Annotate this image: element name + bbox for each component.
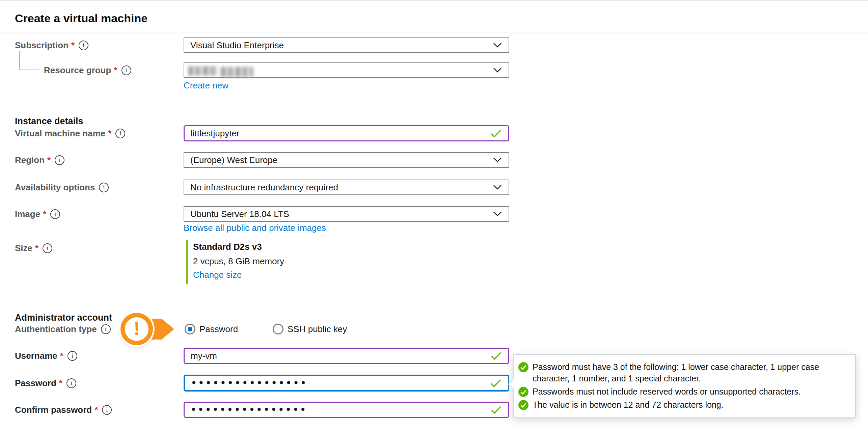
image-label: Image * i xyxy=(15,206,60,222)
password-rule-item: Passwords must not include reserved word… xyxy=(518,386,847,397)
info-icon[interactable]: i xyxy=(115,129,125,138)
rule-check-icon xyxy=(518,387,528,397)
required-marker: * xyxy=(94,405,98,415)
info-icon[interactable]: i xyxy=(102,405,112,415)
region-value: (Europe) West Europe xyxy=(190,155,277,165)
confirm-password-label: Confirm password * i xyxy=(15,402,112,418)
required-marker: * xyxy=(43,209,46,219)
valid-check-icon xyxy=(490,129,502,138)
page-title: Create a virtual machine xyxy=(15,12,147,25)
create-vm-page: Create a virtual machine Subscription * … xyxy=(0,0,868,430)
vm-name-label: Virtual machine name * i xyxy=(15,125,125,141)
valid-check-icon xyxy=(490,378,502,388)
required-marker: * xyxy=(71,40,75,51)
auth-option-password-label: Password xyxy=(199,324,238,334)
required-marker: * xyxy=(47,155,51,165)
subscription-value: Visual Studio Enterprise xyxy=(190,40,284,51)
auth-option-password[interactable]: Password xyxy=(185,324,238,334)
vm-name-value: littlestjupyter xyxy=(191,128,240,139)
valid-check-icon xyxy=(490,351,502,360)
password-requirements-tooltip: Password must have 3 of the following: 1… xyxy=(513,354,856,418)
valid-check-icon xyxy=(490,405,502,414)
size-accent-bar xyxy=(186,240,188,284)
chevron-down-icon xyxy=(493,43,502,48)
size-name: Standard D2s v3 xyxy=(193,242,262,252)
alert-exclamation-icon: ! xyxy=(120,313,153,345)
top-border xyxy=(0,0,868,1)
subscription-label: Subscription * i xyxy=(15,37,88,53)
tooltip-notch xyxy=(508,379,518,389)
info-icon[interactable]: i xyxy=(121,65,131,75)
radio-unselected-icon xyxy=(273,324,283,334)
password-rule-item: Password must have 3 of the following: 1… xyxy=(518,361,847,384)
required-marker: * xyxy=(35,243,38,253)
confirm-password-input[interactable]: •••••••••••••••• xyxy=(184,402,509,418)
size-label: Size * i xyxy=(15,240,52,256)
required-marker: * xyxy=(59,378,62,388)
browse-images-link[interactable]: Browse all public and private images xyxy=(184,223,326,233)
availability-options-value: No infrastructure redundancy required xyxy=(190,182,338,193)
image-dropdown[interactable]: Ubuntu Server 18.04 LTS xyxy=(184,206,509,222)
username-value: my-vm xyxy=(191,351,217,361)
tree-connector-vertical xyxy=(19,51,20,70)
info-icon[interactable]: i xyxy=(66,378,76,388)
required-marker: * xyxy=(108,128,111,139)
info-icon[interactable]: i xyxy=(67,351,77,361)
info-icon[interactable]: i xyxy=(55,155,64,165)
resource-group-label: Resource group * i xyxy=(44,62,131,78)
info-icon[interactable]: i xyxy=(50,209,60,219)
resource-group-value-redacted xyxy=(188,66,218,76)
auth-option-ssh[interactable]: SSH public key xyxy=(273,324,347,334)
username-label: Username * i xyxy=(15,348,77,364)
header-divider xyxy=(0,32,868,32)
chevron-down-icon xyxy=(493,211,502,217)
username-input[interactable]: my-vm xyxy=(184,348,509,364)
availability-options-label: Availability options i xyxy=(15,180,109,195)
radio-selected-icon xyxy=(185,324,195,334)
password-label: Password * i xyxy=(15,375,76,392)
info-icon[interactable]: i xyxy=(79,41,88,50)
password-input[interactable]: •••••••••••••••• xyxy=(184,375,509,392)
vm-name-input[interactable]: littlestjupyter xyxy=(184,125,509,141)
auth-option-ssh-label: SSH public key xyxy=(288,324,347,334)
confirm-password-masked-value: •••••••••••••••• xyxy=(191,405,307,415)
change-size-link[interactable]: Change size xyxy=(193,270,242,280)
create-new-link[interactable]: Create new xyxy=(184,80,228,91)
tree-connector-horizontal xyxy=(19,70,39,70)
rule-check-icon xyxy=(518,362,528,372)
image-value: Ubuntu Server 18.04 LTS xyxy=(190,209,289,219)
subscription-dropdown[interactable]: Visual Studio Enterprise xyxy=(184,37,509,53)
region-label: Region * i xyxy=(15,152,64,168)
availability-options-dropdown[interactable]: No infrastructure redundancy required xyxy=(184,180,509,195)
info-icon[interactable]: i xyxy=(99,183,109,192)
resource-group-value-redacted xyxy=(221,67,253,77)
region-dropdown[interactable]: (Europe) West Europe xyxy=(184,152,509,168)
chevron-down-icon xyxy=(493,185,502,190)
rule-check-icon xyxy=(518,400,528,410)
required-marker: * xyxy=(60,351,63,361)
authentication-type-label: Authentication type i xyxy=(15,321,111,337)
chevron-down-icon xyxy=(493,157,502,163)
size-specs: 2 vcpus, 8 GiB memory xyxy=(193,256,284,267)
password-rule-item: The value is in between 12 and 72 charac… xyxy=(518,399,847,410)
required-marker: * xyxy=(114,65,117,76)
info-icon[interactable]: i xyxy=(101,324,111,334)
info-icon[interactable]: i xyxy=(43,243,52,253)
chevron-down-icon xyxy=(493,68,502,73)
password-masked-value: •••••••••••••••• xyxy=(191,378,308,388)
